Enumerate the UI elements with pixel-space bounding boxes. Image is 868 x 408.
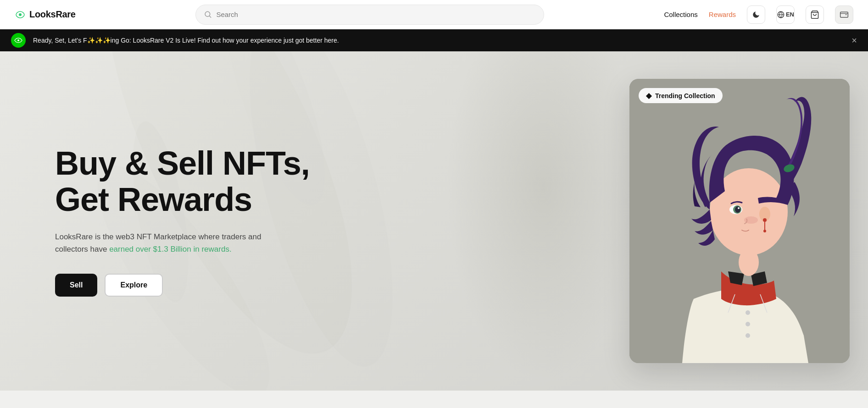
sell-button[interactable]: Sell	[55, 274, 97, 297]
announcement-content: Ready, Set, Let's F✨✨✨ing Go: LooksRare …	[11, 33, 339, 48]
svg-rect-4	[840, 12, 848, 17]
announcement-close-button[interactable]: ×	[851, 35, 857, 46]
svg-point-5	[17, 39, 19, 41]
svg-point-25	[746, 333, 750, 338]
globe-icon	[777, 11, 785, 19]
wallet-button[interactable]	[835, 6, 853, 24]
diamond-icon: ◆	[646, 91, 651, 100]
nft-card-wrapper: ◆ Trending Collection	[629, 79, 850, 363]
announcement-text: Ready, Set, Let's F✨✨✨ing Go: LooksRare …	[33, 37, 339, 44]
svg-point-17	[735, 206, 740, 213]
svg-point-23	[746, 310, 750, 315]
hero-section: Buy & Sell NFTs, Get Rewards LooksRare i…	[0, 51, 868, 391]
logo-area: LooksRare	[15, 9, 76, 20]
language-button[interactable]: EN	[776, 6, 795, 24]
headline-line1: Buy & Sell NFTs,	[55, 145, 310, 182]
language-label: EN	[786, 11, 794, 18]
announcement-bar: Ready, Set, Let's F✨✨✨ing Go: LooksRare …	[0, 29, 868, 51]
nav-collections[interactable]: Collections	[664, 11, 697, 18]
cart-icon	[810, 10, 819, 19]
trending-badge: ◆ Trending Collection	[639, 88, 723, 103]
svg-point-21	[763, 230, 766, 232]
navbar: LooksRare Collections Rewards EN	[0, 0, 868, 29]
hero-buttons: Sell Explore	[55, 274, 310, 297]
dark-mode-button[interactable]	[747, 6, 765, 24]
wallet-icon	[840, 10, 849, 19]
logo-text: LooksRare	[29, 9, 76, 20]
svg-point-22	[744, 216, 758, 224]
svg-point-24	[746, 322, 750, 326]
navbar-right: Collections Rewards EN	[664, 6, 853, 24]
nft-card[interactable]: ◆ Trending Collection	[629, 79, 850, 363]
svg-point-1	[205, 11, 210, 17]
cart-button[interactable]	[806, 6, 824, 24]
hero-subtext: LooksRare is the web3 NFT Marketplace wh…	[55, 231, 275, 255]
search-bar[interactable]	[195, 5, 544, 25]
hero-headline: Buy & Sell NFTs, Get Rewards	[55, 145, 310, 218]
svg-point-0	[19, 13, 22, 16]
search-icon	[204, 11, 211, 18]
nav-rewards[interactable]: Rewards	[709, 11, 736, 18]
svg-point-18	[738, 207, 740, 209]
hero-subtext-highlight: earned over $1.3 Billion in rewards.	[109, 245, 231, 254]
explore-button[interactable]: Explore	[105, 274, 163, 297]
headline-line2: Get Rewards	[55, 181, 252, 218]
character-illustration	[629, 79, 850, 363]
moon-icon	[752, 11, 760, 19]
nft-illustration	[629, 79, 850, 363]
svg-point-20	[763, 218, 767, 222]
trending-badge-text: Trending Collection	[655, 92, 715, 99]
looksrare-logo-icon	[15, 9, 26, 20]
hero-content: Buy & Sell NFTs, Get Rewards LooksRare i…	[0, 118, 365, 325]
eye-icon-wrap	[11, 33, 26, 48]
eye-icon	[14, 37, 22, 44]
search-input[interactable]	[216, 11, 535, 18]
